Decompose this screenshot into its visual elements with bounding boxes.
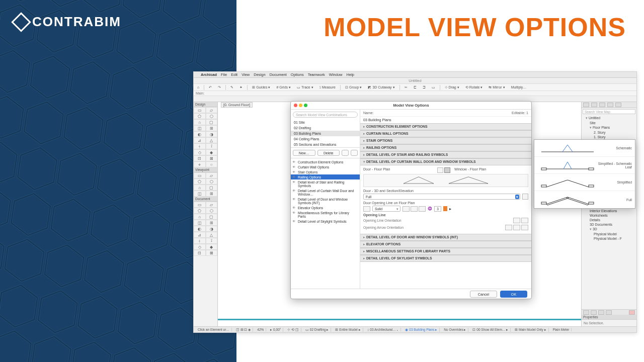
tool-section-viewpoint[interactable]: Viewpoint [194,167,217,172]
nav-item[interactable]: 3D [583,227,635,232]
navigator-search[interactable]: Search View Map [583,109,635,114]
tree-item[interactable]: Detail level of Stair and Railing Symbol… [291,179,360,188]
nav-tab-1[interactable] [583,103,589,107]
home-button[interactable]: ⌂ [196,85,201,89]
popup-option-simplified-schematic-leaf[interactable]: Simplified - Schematic Leaf [534,157,635,174]
tree-item[interactable]: Construction Element Options [291,159,360,164]
zoom-dot[interactable] [304,104,307,107]
tree-item[interactable]: Miscellaneous Settings for Library Parts [291,210,360,219]
section-door-window-int[interactable]: DETAIL LEVEL OF DOOR AND WINDOW SYMBOLS … [360,234,531,241]
combo-item[interactable]: 05 Sections and Elevations [291,142,360,147]
tool-tg-design-2[interactable]: ⬠ [194,113,206,119]
tool-tg-design-0[interactable]: ▭ [194,107,206,113]
menu-document[interactable]: Document [270,72,287,77]
tool-tg-document-14[interactable]: ◇ [194,244,206,250]
tool-tg-document-12[interactable]: ⟊ [194,238,206,244]
tool-tg-design-15[interactable]: ◆ [206,149,218,155]
tool-tg-design-3[interactable]: ⬡ [206,113,218,119]
arrow-ori-2[interactable] [513,225,520,230]
nav-item[interactable]: Details [583,218,635,222]
tool-tg-document-4[interactable]: ⌂ [194,214,206,220]
status-angle[interactable]: ▸ 0,00° [268,328,283,332]
arrow-ori-1[interactable] [505,225,512,230]
app-name[interactable]: Archicad [201,72,217,77]
popup-option-full[interactable]: Full [534,191,635,208]
section-stair-railing-detail[interactable]: DETAIL LEVEL OF STAIR AND RAILING SYMBOL… [360,151,531,158]
combo-item[interactable]: 01 Site [291,120,360,125]
status-mvo[interactable]: ◉ 03 Building Plans ▸ [403,328,440,332]
nav-item[interactable]: Floor Plans [583,125,635,130]
angle-toggle-2[interactable] [411,206,418,212]
line-ori-2[interactable] [521,218,528,223]
tool-tg-document-6[interactable]: ◫ [194,220,206,226]
multiply-button[interactable]: Multiply… [510,85,528,89]
tool-tg-document-5[interactable]: ▢ [206,214,218,220]
nav-item[interactable]: Interior Elevations [583,209,635,213]
name-value[interactable]: 03 Building Plans [360,117,531,123]
navigator-properties-header[interactable]: Properties [582,315,636,320]
tool-tg-design-4[interactable]: ⌂ [194,119,206,125]
status-override[interactable]: No Overrides ▸ [442,328,468,332]
menu-window[interactable]: Window [329,72,343,77]
tool-tg-design-7[interactable]: ⊞ [206,125,218,131]
nav-tab-3[interactable] [599,103,605,107]
detail-level-popup[interactable]: Schematic Simplified - Schematic Leaf Si… [534,139,635,209]
tool-tg-design-8[interactable]: ◐ [194,131,206,137]
status-model[interactable]: ⊞ Main Model Only ▸ [513,328,548,332]
door-toggle-2[interactable] [444,167,450,173]
combo-item[interactable]: 04 Ceiling Plans [291,136,360,142]
nav-item[interactable]: Physical Model [583,232,635,236]
tool-b1[interactable]: ⊏ [412,85,418,89]
angle-toggle-1[interactable] [403,206,410,212]
tree-item[interactable]: Railing Options [291,174,360,179]
combo-list[interactable]: 01 Site02 Drafting03 Building Plans04 Ce… [291,120,360,148]
status-scale[interactable]: ⟊ 03 Architectural… ▸ [365,328,401,331]
tool-tg-design-12[interactable]: ⟊ [194,143,206,149]
status-layer[interactable]: ⊞ Entire Model ▸ [333,328,363,332]
status-zoom[interactable]: 42% [255,328,266,331]
status-icons[interactable]: ◫ ⊞ ⊡ ◈ [234,328,253,332]
redo-button[interactable]: ↷ [216,85,222,89]
trace-button[interactable]: ▭ Trace ▾ [295,85,315,89]
tool-tg-design-1[interactable]: ▱ [206,107,218,113]
section-skylight[interactable]: DETAIL LEVEL OF SKYLIGHT SYMBOLS [360,255,531,262]
tool-tg-design-10[interactable]: ⊿ [194,137,206,143]
measure-button[interactable]: ⟟ Measure [318,85,337,89]
status-filter[interactable]: ⊡ 00 Show All Elem… ▸ [470,328,511,332]
tool-b3[interactable]: ▭ [430,85,437,89]
angle-toggle-3[interactable] [419,206,426,212]
tool-tg-design-13[interactable]: ⟟ [206,143,218,149]
quick-options-bar[interactable] [218,319,581,320]
menu-view[interactable]: View [242,72,250,77]
arrow-ori-3[interactable] [521,225,528,230]
tree-item[interactable]: Curtain Wall Options [291,164,360,169]
tool-tg-document-16[interactable]: ⊡ [194,250,206,256]
door-3d-link-button[interactable] [522,194,528,200]
group-button[interactable]: ⊡ Group ▾ [344,85,363,89]
status-tools[interactable]: ⊹ ⟲ ◫ [285,328,301,332]
grids-button[interactable]: # Grids ▾ [275,85,292,89]
tool-tg-viewpoint-1[interactable]: ▱ [206,172,218,178]
drag-button[interactable]: ⊹ Drag ▾ [443,85,461,89]
door-toggle-1[interactable] [437,167,443,173]
pick-button[interactable]: ✎ [229,85,235,89]
rotate-button[interactable]: ⟲ Rotate ▾ [464,85,485,89]
import-button[interactable] [342,150,349,156]
status-story[interactable]: ▭ 02 Drafting ▸ [303,328,331,332]
tree-item[interactable]: Detail Level of Curtain Wall Door and Wi… [291,188,360,197]
tool-tg-document-8[interactable]: ◐ [194,226,206,232]
nav-tab-4[interactable] [607,103,613,107]
tool-tg-document-9[interactable]: ◑ [206,226,218,232]
pen-number[interactable]: 3 [434,206,441,212]
nav-item[interactable]: 1. Story [583,135,635,139]
tool-tg-viewpoint-6[interactable]: ◫ [194,191,206,197]
menu-file[interactable]: File [221,72,227,77]
nav-item[interactable]: Worksheets [583,213,635,218]
export-button[interactable] [351,150,358,156]
undo-button[interactable]: ↶ [207,85,213,89]
menu-design[interactable]: Design [254,72,265,77]
tool-tg-document-13[interactable]: ⟟ [206,238,218,244]
tool-tg-viewpoint-3[interactable]: ⬡ [206,178,218,185]
tool-tg-document-11[interactable]: △ [206,232,218,238]
edit-button[interactable]: ✂ [403,85,409,89]
